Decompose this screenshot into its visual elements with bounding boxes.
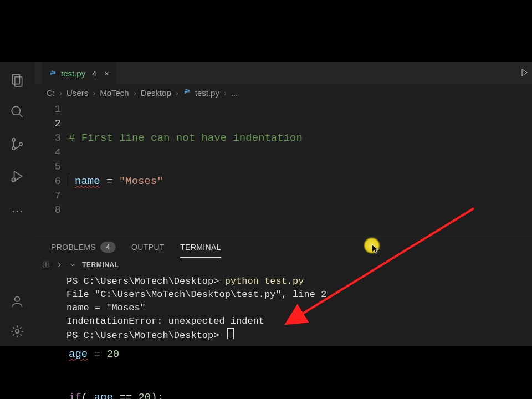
chevron-down-icon[interactable] <box>69 261 76 269</box>
split-editor-icon[interactable] <box>42 260 50 270</box>
chevron-right-icon <box>55 261 63 269</box>
activity-bar: … <box>0 62 34 346</box>
svg-rect-0 <box>12 74 19 84</box>
line-number: 3 <box>34 131 61 145</box>
line-number: 7 <box>34 188 61 203</box>
code-editor[interactable]: 1 2 3 4 5 6 7 8 # First line can not hav… <box>34 101 532 237</box>
tab-problems[interactable]: Problems 4 <box>51 237 116 257</box>
terminal-line: File "C:\Users\MoTech\Desktop\test.py", … <box>66 288 532 301</box>
run-debug-icon[interactable] <box>9 168 25 184</box>
line-number: 2 <box>34 116 61 131</box>
gear-icon[interactable] <box>9 324 25 339</box>
svg-point-8 <box>12 178 16 182</box>
tab-filename: test.py <box>61 69 85 78</box>
svg-point-9 <box>15 296 20 301</box>
tab-label: Output <box>131 243 165 252</box>
run-icon[interactable] <box>520 66 529 81</box>
terminal-line: PS C:\Users\MoTech\Desktop> python test.… <box>66 275 532 288</box>
chevron-right-icon: › <box>93 88 95 98</box>
bottom-panel: Problems 4 Output Terminal TERMINAL <box>34 237 532 346</box>
terminal-text: PS C:\Users\MoTech\Desktop> <box>66 330 225 341</box>
tab-output[interactable]: Output <box>131 237 165 257</box>
indent-guide <box>69 174 71 186</box>
breadcrumb[interactable]: C: › Users › MoTech › Desktop › test.py … <box>34 84 532 101</box>
code-token: # First line can not have indentation <box>69 132 303 144</box>
svg-line-3 <box>19 114 23 117</box>
source-control-icon[interactable] <box>9 136 25 152</box>
code-token: 20 <box>138 391 151 399</box>
panel-tabs: Problems 4 Output Terminal <box>34 237 532 257</box>
problems-badge: 4 <box>100 242 116 253</box>
svg-point-10 <box>16 330 19 334</box>
code-token: age <box>94 391 113 399</box>
chevron-right-icon: › <box>224 88 227 98</box>
code-token: = <box>88 348 106 360</box>
code-token: "Moses" <box>119 175 163 187</box>
code-token: name <box>75 175 100 187</box>
breadcrumb-trailing[interactable]: ... <box>231 88 238 98</box>
code-token: age <box>69 348 88 360</box>
panel-section-header[interactable]: TERMINAL <box>34 257 532 273</box>
tab-terminal[interactable]: Terminal <box>180 237 221 258</box>
chevron-right-icon: › <box>59 88 62 98</box>
terminal-text: python test.py <box>225 276 304 287</box>
terminal-output[interactable]: PS C:\Users\MoTech\Desktop> python test.… <box>34 273 532 346</box>
tab-label: Terminal <box>180 243 221 252</box>
chevron-right-icon: › <box>176 88 178 98</box>
tab-label: Problems <box>51 243 96 252</box>
svg-point-6 <box>19 142 22 145</box>
code-token: if <box>69 391 81 399</box>
code-area[interactable]: # First line can not have indentation na… <box>69 102 532 237</box>
terminal-line: IndentationError: unexpected indent <box>66 315 532 328</box>
main-column: test.py 4 × C: › Users › MoTech › Deskto… <box>34 62 532 346</box>
line-number: 5 <box>34 160 61 174</box>
line-number: 1 <box>34 102 61 116</box>
chevron-right-icon: › <box>134 88 136 98</box>
breadcrumb-part[interactable]: Desktop <box>141 88 171 98</box>
explorer-icon[interactable] <box>9 72 25 88</box>
code-token: ( <box>81 391 94 399</box>
line-number: 8 <box>34 203 61 217</box>
account-icon[interactable] <box>9 294 25 309</box>
editor-tabs: test.py 4 × <box>34 62 532 84</box>
panel-section-title: TERMINAL <box>82 261 119 269</box>
vscode-window: … test.py 4 × <box>0 62 532 346</box>
line-number: 4 <box>34 145 61 160</box>
terminal-line: PS C:\Users\MoTech\Desktop> <box>66 328 532 342</box>
more-icon[interactable]: … <box>9 201 25 216</box>
tab-test-py[interactable]: test.py 4 × <box>42 62 116 85</box>
svg-point-4 <box>12 139 15 141</box>
svg-point-2 <box>12 106 20 115</box>
terminal-line: name = "Moses" <box>66 301 532 315</box>
code-token: == <box>113 391 139 399</box>
tab-problems-count: 4 <box>92 69 96 78</box>
terminal-text: PS C:\Users\MoTech\Desktop> <box>66 276 225 287</box>
python-icon <box>49 70 57 78</box>
breadcrumb-file[interactable]: test.py <box>195 88 219 98</box>
code-token: ): <box>151 391 163 399</box>
breadcrumb-part[interactable]: Users <box>66 88 88 98</box>
code-token: 20 <box>106 348 119 360</box>
breadcrumb-part[interactable]: MoTech <box>100 88 129 98</box>
line-gutter: 1 2 3 4 5 6 7 8 <box>34 102 69 237</box>
search-icon[interactable] <box>9 104 25 120</box>
close-icon[interactable]: × <box>104 69 109 78</box>
terminal-cursor <box>227 328 234 339</box>
breadcrumb-part[interactable]: C: <box>47 88 55 98</box>
svg-marker-11 <box>522 69 527 76</box>
code-token: = <box>100 175 119 187</box>
svg-rect-1 <box>15 77 22 86</box>
line-number: 6 <box>34 174 61 188</box>
python-icon <box>183 88 191 98</box>
svg-point-5 <box>12 147 15 150</box>
